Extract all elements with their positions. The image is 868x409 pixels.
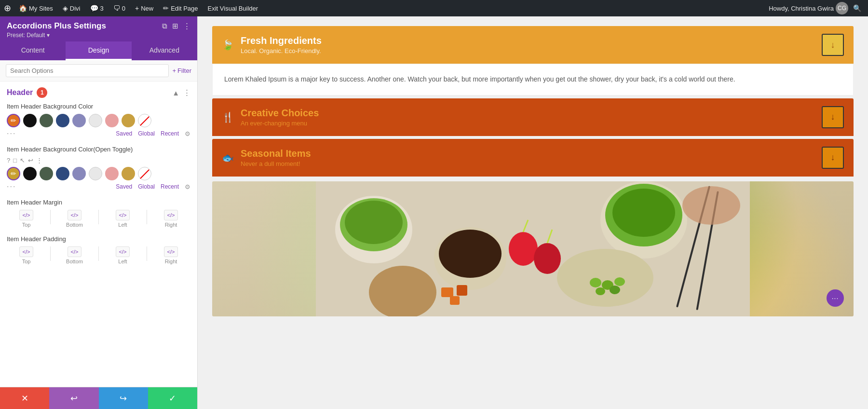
svg-rect-24: [457, 285, 467, 296]
padding-right-wrap: </> Right: [151, 246, 190, 264]
accordion-toggle-seasonal[interactable]: ↓: [822, 147, 844, 169]
saved-link-2[interactable]: Saved: [116, 183, 132, 190]
panel-header-icons: ⧉ ⊞ ⋮: [162, 22, 190, 30]
recent-link[interactable]: Recent: [161, 130, 179, 137]
color-swatch-light-gray-2[interactable]: [89, 167, 102, 180]
color-swatch-dark-blue[interactable]: [56, 114, 69, 127]
padding-top-input[interactable]: </>: [19, 246, 34, 257]
accordion-header-seasonal[interactable]: 🐟 Seasonal Items Never a dull moment! ↓: [212, 139, 854, 177]
accordion-toggle-fresh[interactable]: ↓: [822, 34, 844, 56]
help-icon[interactable]: ?: [7, 157, 10, 164]
admin-bar-comments2[interactable]: 🗨 0: [109, 0, 129, 16]
cancel-button[interactable]: ✕: [0, 387, 49, 409]
section-collapse-icon[interactable]: ▲: [172, 89, 179, 97]
admin-bar-exit-builder[interactable]: Exit Visual Builder: [204, 0, 262, 16]
device-icon[interactable]: □: [13, 157, 17, 164]
padding-left-wrap: </> Left: [103, 246, 142, 264]
accordion-seasonal: 🐟 Seasonal Items Never a dull moment! ↓: [212, 139, 854, 177]
accordion-title-fresh: Fresh Ingredients: [241, 35, 322, 46]
padding-divider-1: [50, 246, 51, 261]
admin-bar-my-sites-label: My Sites: [29, 5, 53, 12]
svg-rect-23: [441, 287, 453, 297]
global-link-2[interactable]: Global: [138, 183, 155, 190]
panel-more-icon[interactable]: ⋮: [183, 22, 190, 30]
tab-design[interactable]: Design: [66, 41, 131, 60]
color-swatch-black[interactable]: [23, 114, 37, 127]
admin-bar-divi[interactable]: ◈ Divi: [59, 0, 84, 16]
accordion-subtitle-fresh: Local. Organic. Eco-Friendly.: [241, 47, 322, 55]
accordion-icon-fork: 🍴: [222, 111, 234, 123]
recent-link-2[interactable]: Recent: [161, 183, 179, 190]
padding-top-wrap: </> Top: [7, 246, 46, 264]
edit-icon: ✏: [163, 4, 169, 12]
item-header-bg-color-group: Item Header Background Color ✏: [7, 103, 190, 138]
undo-button[interactable]: ↩: [49, 387, 98, 409]
color-swatch-orange[interactable]: ✏: [7, 114, 20, 127]
accordion-icon-fish: 🐟: [222, 152, 234, 164]
color-swatch-pink[interactable]: [105, 114, 119, 127]
panel-resize-icon[interactable]: ⧉: [162, 22, 167, 30]
color-swatch-lavender[interactable]: [72, 114, 86, 127]
color-swatch-lavender-2[interactable]: [72, 167, 86, 180]
floating-action-button[interactable]: ···: [827, 289, 844, 307]
admin-bar-new[interactable]: + New: [131, 0, 157, 16]
preset-selector[interactable]: Preset: Default ▾: [7, 32, 190, 39]
color-gear-icon[interactable]: ⚙: [185, 130, 190, 137]
accordion-header-fresh[interactable]: 🍃 Fresh Ingredients Local. Organic. Eco-…: [212, 26, 854, 64]
admin-bar-edit-page-label: Edit Page: [171, 5, 198, 12]
admin-bar-my-sites[interactable]: 🏠 My Sites: [15, 0, 57, 16]
cursor-icon[interactable]: ↖: [20, 157, 25, 164]
color-swatch-none[interactable]: [138, 114, 151, 127]
search-icon[interactable]: 🔍: [850, 4, 864, 12]
open-color-extra-icons: ? □ ↖ ↩ ⋮: [7, 157, 190, 164]
section-badge: 1: [37, 87, 47, 98]
padding-left-input[interactable]: </>: [116, 246, 130, 257]
filter-button[interactable]: + Filter: [173, 67, 191, 74]
color-gear-icon-2[interactable]: ⚙: [185, 183, 190, 191]
admin-bar-comments-count: 3: [100, 5, 104, 12]
accordion-header-creative[interactable]: 🍴 Creative Choices An ever-changing menu…: [212, 98, 854, 136]
admin-bar-comments[interactable]: 💬 3: [86, 0, 108, 16]
padding-bottom-input[interactable]: </>: [68, 246, 82, 257]
color-swatch-gold-active[interactable]: ✏: [7, 167, 20, 180]
padding-bottom-wrap: </> Bottom: [55, 246, 94, 264]
confirm-button[interactable]: ✓: [148, 387, 197, 409]
section-more-icon[interactable]: ⋮: [183, 88, 190, 97]
global-link[interactable]: Global: [138, 130, 155, 137]
tab-advanced[interactable]: Advanced: [132, 41, 197, 60]
wordpress-logo-icon[interactable]: ⊕: [4, 3, 11, 14]
tab-content[interactable]: Content: [0, 41, 66, 60]
color-swatch-row-1: ✏: [7, 114, 190, 127]
saved-link[interactable]: Saved: [116, 130, 132, 137]
accordion-toggle-creative[interactable]: ↓: [822, 106, 844, 128]
search-input[interactable]: [6, 64, 169, 77]
user-avatar[interactable]: CG: [836, 2, 848, 14]
panel-title: Accordions Plus Settings: [7, 21, 106, 31]
color-swatch-gold[interactable]: [122, 114, 135, 127]
margin-top-input[interactable]: </>: [19, 210, 34, 220]
reset-icon[interactable]: ↩: [28, 157, 33, 164]
color-swatch-dark-green[interactable]: [40, 114, 53, 127]
color-swatch-dark-green-2[interactable]: [40, 167, 53, 180]
more-options-icon[interactable]: ⋮: [36, 157, 42, 164]
accordion-subtitle-creative: An ever-changing menu: [241, 120, 319, 127]
padding-right-input[interactable]: </>: [164, 246, 178, 257]
margin-bottom-input[interactable]: </>: [68, 210, 82, 220]
margin-right-input[interactable]: </>: [164, 210, 178, 220]
preset-label: Preset: Default: [7, 32, 45, 39]
color-swatch-black-2[interactable]: [23, 167, 37, 180]
admin-bar-edit-page[interactable]: ✏ Edit Page: [159, 0, 202, 16]
color-swatch-none-2[interactable]: [138, 167, 151, 180]
panel-columns-icon[interactable]: ⊞: [172, 22, 178, 30]
color-swatch-dark-blue-2[interactable]: [56, 167, 69, 180]
margin-bottom-code-icon: </>: [71, 212, 79, 218]
margin-right-wrap: </> Right: [151, 210, 190, 228]
search-filter-row: + Filter: [0, 60, 197, 82]
chevron-down-icon-seasonal: ↓: [831, 152, 835, 163]
svg-rect-25: [450, 296, 460, 305]
margin-left-input[interactable]: </>: [116, 210, 130, 220]
color-swatch-gold-2[interactable]: [122, 167, 135, 180]
color-swatch-light-gray[interactable]: [89, 114, 102, 127]
redo-button[interactable]: ↪: [99, 387, 148, 409]
color-swatch-pink-2[interactable]: [105, 167, 119, 180]
